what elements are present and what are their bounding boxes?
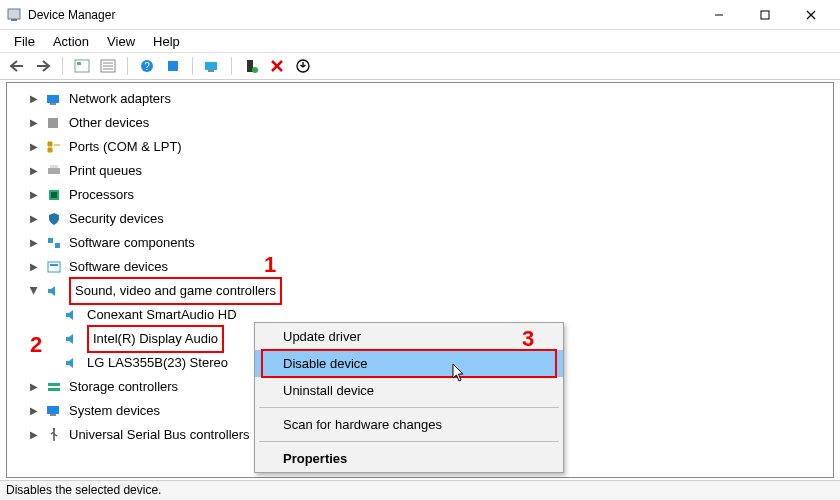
menu-bar: File Action View Help: [0, 30, 840, 52]
software-components-icon: [45, 234, 63, 252]
status-bar: Disables the selected device.: [0, 480, 840, 500]
cursor-icon: [452, 363, 466, 383]
network-adapters-icon: [45, 90, 63, 108]
forward-button[interactable]: [32, 55, 54, 77]
node-label: Software devices: [69, 255, 168, 279]
toolbar: ?: [0, 52, 840, 80]
menu-help[interactable]: Help: [153, 34, 180, 49]
node-label: Ports (COM & LPT): [69, 135, 182, 159]
chevron-right-icon[interactable]: ▶: [27, 399, 41, 423]
tree-category-sound-video-game[interactable]: ▶ Sound, video and game controllers: [7, 279, 833, 303]
speaker-icon: [63, 306, 81, 324]
properties-toolbar-button[interactable]: [97, 55, 119, 77]
tree-category-other-devices[interactable]: ▶ Other devices: [7, 111, 833, 135]
tree-category-processors[interactable]: ▶ Processors: [7, 183, 833, 207]
svg-rect-36: [50, 414, 56, 416]
annotation-marker-3: 3: [522, 326, 534, 352]
svg-point-37: [53, 428, 55, 430]
node-label: System devices: [69, 399, 160, 423]
annotation-marker-2: 2: [30, 332, 42, 358]
svg-rect-1: [11, 19, 17, 21]
chevron-right-icon[interactable]: ▶: [27, 207, 41, 231]
close-button[interactable]: [788, 0, 834, 30]
maximize-button[interactable]: [742, 0, 788, 30]
svg-rect-16: [208, 70, 214, 72]
svg-rect-32: [50, 264, 58, 266]
toolbar-separator: [127, 57, 128, 75]
software-devices-icon: [45, 258, 63, 276]
usb-icon: [45, 426, 63, 444]
tree-category-security-devices[interactable]: ▶ Security devices: [7, 207, 833, 231]
toolbar-separator: [62, 57, 63, 75]
node-label: LG LAS355B(23) Stereo: [87, 351, 228, 375]
enable-device-button[interactable]: [240, 55, 262, 77]
context-separator: [259, 407, 559, 408]
menu-action[interactable]: Action: [53, 34, 89, 49]
chevron-right-icon[interactable]: ▶: [27, 375, 41, 399]
scan-hardware-button[interactable]: [201, 55, 223, 77]
chevron-right-icon[interactable]: ▶: [27, 159, 41, 183]
svg-rect-14: [168, 61, 178, 71]
context-scan-hardware[interactable]: Scan for hardware changes: [255, 411, 563, 438]
svg-rect-33: [48, 383, 60, 386]
node-label: Conexant SmartAudio HD: [87, 303, 237, 327]
context-properties[interactable]: Properties: [255, 445, 563, 472]
context-uninstall-device[interactable]: Uninstall device: [255, 377, 563, 404]
svg-rect-28: [51, 192, 57, 198]
node-label: Processors: [69, 183, 134, 207]
svg-rect-6: [75, 60, 89, 72]
print-queues-icon: [45, 162, 63, 180]
chevron-right-icon[interactable]: ▶: [27, 87, 41, 111]
help-toolbar-button[interactable]: ?: [136, 55, 158, 77]
storage-controllers-icon: [45, 378, 63, 396]
minimize-button[interactable]: [696, 0, 742, 30]
svg-rect-22: [47, 95, 59, 103]
tree-category-print-queues[interactable]: ▶ Print queues: [7, 159, 833, 183]
uninstall-device-button[interactable]: [292, 55, 314, 77]
back-button[interactable]: [6, 55, 28, 77]
svg-rect-35: [47, 406, 59, 414]
node-label: Software components: [69, 231, 195, 255]
chevron-right-icon[interactable]: ▶: [27, 111, 41, 135]
chevron-right-icon[interactable]: ▶: [27, 423, 41, 447]
tree-category-software-components[interactable]: ▶ Software components: [7, 231, 833, 255]
other-devices-icon: [45, 114, 63, 132]
svg-rect-31: [48, 262, 60, 272]
toolbar-separator: [231, 57, 232, 75]
app-icon: [6, 7, 22, 23]
svg-rect-26: [50, 165, 58, 168]
svg-rect-25: [48, 168, 60, 174]
chevron-down-icon[interactable]: ▶: [22, 284, 46, 298]
action-toolbar-button[interactable]: [162, 55, 184, 77]
chevron-right-icon[interactable]: ▶: [27, 183, 41, 207]
svg-text:?: ?: [144, 61, 150, 72]
show-hidden-button[interactable]: [71, 55, 93, 77]
chevron-right-icon[interactable]: ▶: [27, 255, 41, 279]
menu-view[interactable]: View: [107, 34, 135, 49]
title-bar: Device Manager: [0, 0, 840, 30]
window-title: Device Manager: [28, 8, 696, 22]
svg-rect-23: [50, 103, 56, 105]
disable-device-button[interactable]: [266, 55, 288, 77]
node-label: Universal Serial Bus controllers: [69, 423, 250, 447]
chevron-right-icon[interactable]: ▶: [27, 231, 41, 255]
svg-point-18: [252, 67, 258, 73]
tree-category-software-devices[interactable]: ▶ Software devices: [7, 255, 833, 279]
system-devices-icon: [45, 402, 63, 420]
speaker-icon: [63, 354, 81, 372]
context-update-driver[interactable]: Update driver: [255, 323, 563, 350]
node-label: Print queues: [69, 159, 142, 183]
svg-rect-34: [48, 388, 60, 391]
tree-category-network-adapters[interactable]: ▶ Network adapters: [7, 87, 833, 111]
node-label: Sound, video and game controllers: [69, 277, 282, 305]
context-disable-device[interactable]: Disable device: [255, 350, 563, 377]
tree-category-ports[interactable]: ▶ Ports (COM & LPT): [7, 135, 833, 159]
svg-rect-3: [761, 11, 769, 19]
speaker-icon: [63, 330, 81, 348]
menu-file[interactable]: File: [14, 34, 35, 49]
node-label: Intel(R) Display Audio: [87, 325, 224, 353]
svg-rect-30: [55, 243, 60, 248]
chevron-right-icon[interactable]: ▶: [27, 135, 41, 159]
svg-rect-7: [77, 62, 81, 65]
svg-rect-0: [8, 9, 20, 19]
